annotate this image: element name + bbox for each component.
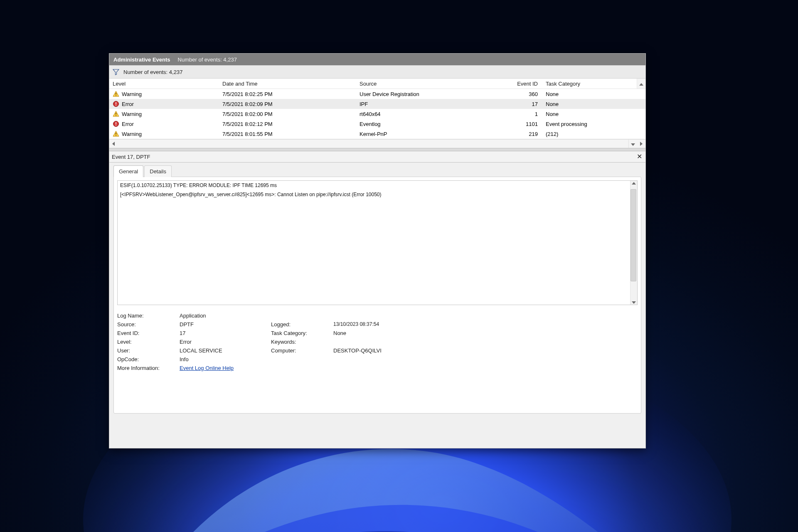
svg-rect-10 (116, 125, 116, 126)
event-message-line1: ESIF(1.0.10702.25133) TYPE: ERROR MODULE… (120, 182, 635, 188)
warning-icon (113, 111, 119, 117)
cell-time: 7/5/2021 8:02:12 PM (222, 121, 273, 127)
inner-title-bar: Administrative Events Number of events: … (109, 54, 645, 65)
svg-rect-1 (116, 93, 116, 95)
event-properties: Log Name: Application Source: DPTF Logge… (117, 313, 638, 371)
col-header-time[interactable]: Date and Time (220, 79, 357, 89)
msgbox-scroll-thumb[interactable] (631, 189, 636, 281)
tab-general-pane: ESIF(1.0.10702.25133) TYPE: ERROR MODULE… (113, 177, 641, 414)
event-message-box[interactable]: ESIF(1.0.10702.25133) TYPE: ERROR MODULE… (117, 180, 638, 305)
svg-rect-9 (116, 122, 116, 124)
preview-pane: Event 17, DPTF ✕ General Details ESIF(1.… (109, 151, 645, 448)
prop-source-v: DPTF (180, 321, 263, 328)
splitter[interactable] (109, 148, 645, 151)
cell-eventid: 1101 (526, 121, 538, 127)
cell-eventid: 219 (529, 131, 538, 137)
svg-rect-5 (116, 105, 116, 106)
cell-source: IPF (360, 101, 368, 107)
prop-level-k: Level: (117, 339, 171, 345)
grid-header: Level Date and Time Source Event ID Task… (109, 79, 645, 89)
filter-count-text: Number of events: 4,237 (123, 69, 182, 75)
col-header-level[interactable]: Level (109, 79, 220, 89)
cell-time: 7/5/2021 8:02:09 PM (222, 101, 273, 107)
filter-icon[interactable] (113, 69, 119, 75)
svg-rect-6 (116, 113, 116, 115)
cell-time: 7/5/2021 8:02:25 PM (222, 91, 273, 97)
cell-level: Error (122, 121, 134, 127)
table-row[interactable]: Error7/5/2021 8:02:09 PMIPF17None (109, 99, 645, 109)
prop-logged-v: 13/10/2023 08:37:54 (333, 321, 429, 328)
preview-title: Event 17, DPTF (112, 154, 150, 160)
table-row[interactable]: Warning7/5/2021 8:02:00 PMrt640x641None (109, 109, 645, 119)
event-message-line2: [<IPFSRV>WebListener_Open@ipfsrv_ws_serv… (120, 192, 635, 197)
cell-eventid: 360 (529, 91, 538, 97)
prop-computer-v: DESKTOP-Q6QILVI (333, 347, 429, 354)
prop-user-k: User: (117, 347, 171, 354)
cell-source: Eventlog (360, 121, 381, 127)
filter-strip: Number of events: 4,237 (109, 65, 645, 79)
prop-level-v: Error (180, 339, 263, 345)
event-log-online-help-link[interactable]: Event Log Online Help (180, 365, 234, 371)
cell-time: 7/5/2021 8:02:00 PM (222, 111, 273, 117)
tab-general[interactable]: General (113, 165, 143, 177)
tab-details[interactable]: Details (144, 165, 172, 177)
cell-source: Kernel-PnP (360, 131, 387, 137)
grid-hscrollbar[interactable] (109, 139, 645, 148)
hscroll-left[interactable] (109, 140, 118, 148)
svg-rect-7 (116, 115, 116, 116)
grid-scroll-down[interactable] (628, 140, 637, 148)
prop-eventid-v: 17 (180, 330, 263, 336)
prop-user-v: LOCAL SERVICE (180, 347, 263, 354)
msgbox-scroll-down-icon (632, 300, 636, 305)
cell-eventid: 17 (532, 101, 538, 107)
cell-taskcat: (212) (546, 131, 558, 137)
prop-eventid-k: Event ID: (117, 330, 171, 336)
col-header-eventid[interactable]: Event ID (500, 79, 541, 89)
warning-icon (113, 91, 119, 97)
prop-logged-k: Logged: (271, 321, 325, 328)
prop-moreinfo-k: More Information: (117, 365, 171, 371)
prop-taskcat-k: Task Category: (271, 330, 325, 336)
inner-title: Administrative Events (113, 57, 170, 63)
inner-title-count: Number of events: 4,237 (178, 57, 237, 63)
warning-icon (113, 131, 119, 137)
table-row[interactable]: Error7/5/2021 8:02:12 PMEventlog1101Even… (109, 119, 645, 129)
cell-taskcat: None (546, 111, 559, 117)
prop-source-k: Source: (117, 321, 171, 328)
cell-taskcat: None (546, 91, 559, 97)
desktop-background: Administrative Events Number of events: … (0, 0, 798, 532)
error-icon (113, 121, 119, 127)
table-row[interactable]: Warning7/5/2021 8:02:25 PMUser Device Re… (109, 89, 645, 99)
prop-keywords-k: Keywords: (271, 339, 325, 345)
hscroll-right[interactable] (637, 140, 645, 148)
svg-rect-11 (116, 133, 116, 135)
preview-close-button[interactable]: ✕ (635, 153, 643, 160)
col-header-taskcat[interactable]: Task Category (541, 79, 616, 89)
svg-rect-12 (116, 135, 116, 136)
cell-eventid: 1 (535, 111, 538, 117)
cell-taskcat: None (546, 101, 559, 107)
cell-level: Error (122, 101, 134, 107)
preview-tabs: General Details (113, 165, 172, 177)
event-viewer-window: Administrative Events Number of events: … (109, 53, 646, 448)
grid-scroll-up[interactable] (637, 79, 645, 89)
prop-logname-k: Log Name: (117, 313, 171, 319)
col-header-source[interactable]: Source (357, 79, 500, 89)
prop-taskcat-v: None (333, 330, 429, 336)
event-grid[interactable]: Warning7/5/2021 8:02:25 PMUser Device Re… (109, 89, 645, 139)
cell-source: User Device Registration (360, 91, 419, 97)
prop-computer-k: Computer: (271, 347, 325, 354)
cell-source: rt640x64 (360, 111, 381, 117)
table-row[interactable]: Warning7/5/2021 8:01:55 PMKernel-PnP219(… (109, 129, 645, 139)
cell-level: Warning (122, 131, 142, 137)
svg-rect-4 (116, 102, 116, 104)
prop-keywords-v (333, 339, 429, 345)
svg-rect-2 (116, 95, 116, 96)
error-icon (113, 101, 119, 107)
cell-level: Warning (122, 91, 142, 97)
preview-titlebar: Event 17, DPTF ✕ (109, 151, 645, 163)
msgbox-scroll-up-icon (632, 181, 636, 185)
prop-logname-v: Application (180, 313, 263, 319)
cell-time: 7/5/2021 8:01:55 PM (222, 131, 273, 137)
cell-level: Warning (122, 111, 142, 117)
